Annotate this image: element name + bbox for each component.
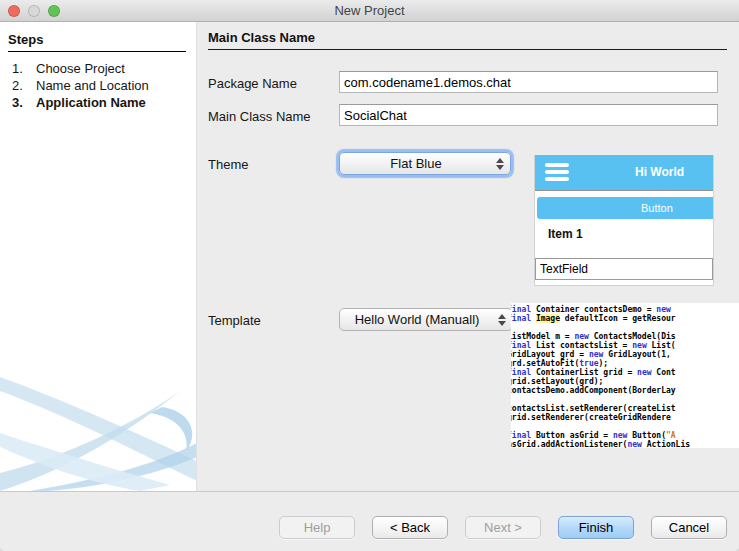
preview-list-item: Item 1 (548, 227, 583, 241)
preview-title: Hi World (635, 155, 684, 190)
template-select-value: Hello World (Manuall) (355, 312, 480, 327)
main-class-name-input[interactable] (339, 104, 718, 126)
package-name-label: Package Name (208, 76, 297, 91)
step-label: Application Name (36, 94, 196, 111)
template-select[interactable]: Hello World (Manuall) (339, 308, 513, 331)
help-button: Help (279, 516, 355, 539)
code-line: contactsList.setRenderer(createList (511, 404, 739, 413)
theme-label: Theme (208, 157, 248, 172)
code-line (511, 323, 739, 332)
code-line: final Button asGrid = new Button("A (511, 431, 739, 440)
footer: Help< BackNext >FinishCancel (0, 491, 739, 551)
main-class-name-label: Main Class Name (208, 109, 311, 124)
code-line: grd.setAutoFit(true); (511, 359, 739, 368)
watermark-swoosh-graphic (0, 373, 197, 491)
preview-titlebar: Hi World (535, 155, 713, 191)
main-panel: Main Class Name Package Name Main Class … (198, 22, 739, 491)
code-line: final ContainerList grid = new Cont (511, 368, 739, 377)
code-line: final Image defaultIcon = getResour (511, 314, 739, 323)
back-button[interactable]: < Back (372, 516, 448, 539)
new-project-dialog: New Project Steps 1.Choose Project2.Name… (0, 0, 739, 551)
window-title: New Project (0, 0, 739, 22)
code-line: contactsDemo.addComponent(BorderLay (511, 386, 739, 395)
cancel-button[interactable]: Cancel (651, 516, 727, 539)
theme-select-value: Flat Blue (390, 156, 441, 171)
steps-sidebar: Steps 1.Choose Project2.Name and Locatio… (0, 22, 197, 491)
preview-button: Button (537, 197, 713, 219)
template-label: Template (208, 313, 261, 328)
code-line: grid.setLayout(grd); (511, 377, 739, 386)
code-line: ListModel m = new ContactsModel(Dis (511, 332, 739, 341)
step-item-1: 1.Choose Project (0, 60, 196, 77)
step-item-2: 2.Name and Location (0, 77, 196, 94)
code-line: final List contactsList = new List( (511, 341, 739, 350)
stepper-icon (497, 313, 506, 327)
step-number: 2. (12, 77, 36, 94)
code-line: grid.setRenderer(createGridRendere (511, 413, 739, 422)
footer-buttons: Help< BackNext >FinishCancel (279, 516, 727, 539)
steps-list: 1.Choose Project2.Name and Location3.App… (0, 60, 196, 111)
theme-select[interactable]: Flat Blue (339, 152, 511, 175)
next-button: Next > (465, 516, 541, 539)
preview-textfield: TextField (535, 258, 713, 280)
step-item-3: 3.Application Name (0, 94, 196, 111)
titlebar: New Project (0, 0, 739, 22)
page-title: Main Class Name (208, 30, 727, 50)
package-name-input[interactable] (339, 71, 718, 93)
stepper-icon (495, 157, 504, 171)
theme-preview: Hi World Button Item 1 TextField (534, 155, 714, 286)
code-lines: final Container contactsDemo = new final… (511, 305, 739, 448)
steps-heading: Steps (8, 32, 186, 52)
step-label: Choose Project (36, 60, 196, 77)
step-label: Name and Location (36, 77, 196, 94)
finish-button[interactable]: Finish (558, 516, 634, 539)
step-number: 1. (12, 60, 36, 77)
code-line (511, 422, 739, 431)
code-line: final Container contactsDemo = new (511, 305, 739, 314)
code-preview: final Container contactsDemo = new final… (511, 303, 739, 448)
code-line: asGrid.addActionListener(new ActionLis (511, 440, 739, 448)
hamburger-menu-icon (545, 163, 569, 184)
step-number: 3. (12, 94, 36, 111)
code-line (511, 395, 739, 404)
code-line: GridLayout grd = new GridLayout(1, (511, 350, 739, 359)
